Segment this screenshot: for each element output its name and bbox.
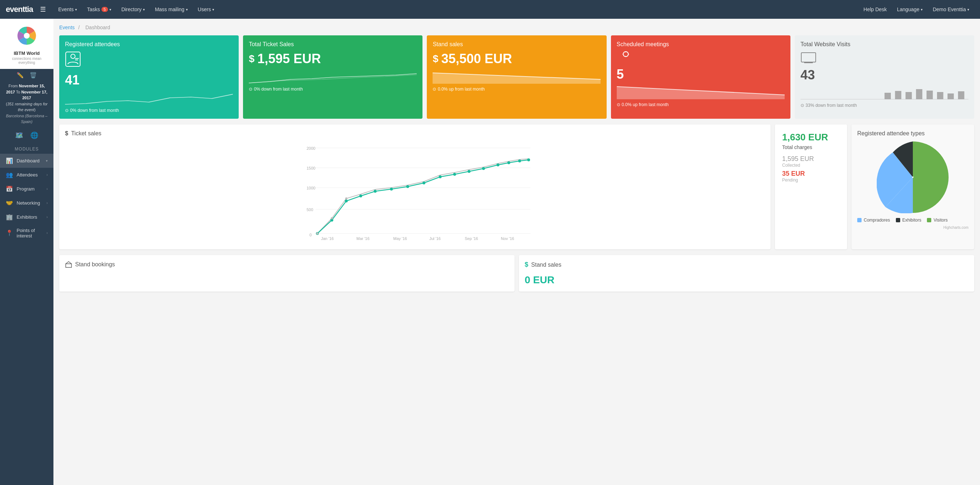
nav-tasks[interactable]: Tasks 5 ▾ — [82, 0, 116, 19]
pie-chart-title: Registered attendee types — [857, 130, 969, 137]
svg-text:2000: 2000 — [307, 146, 315, 151]
meetings-mini-chart — [617, 85, 785, 99]
mailing-caret-icon: ▾ — [186, 8, 188, 11]
event-info: From November 15, 2017 To November 17, 2… — [0, 82, 53, 128]
svg-rect-26 — [937, 92, 943, 99]
nav-directory[interactable]: Directory ▾ — [116, 0, 150, 19]
svg-point-64 — [912, 176, 913, 178]
legend-visitors: Visitors — [927, 217, 948, 223]
poi-label: Points of interest — [17, 228, 46, 239]
globe-icon[interactable]: 🌐 — [30, 132, 38, 139]
sidebar-item-points-of-interest[interactable]: 📍 Points of interest › — [0, 224, 53, 242]
svg-text:500: 500 — [307, 208, 313, 212]
attendees-caret-icon: › — [46, 173, 48, 177]
svg-point-50 — [390, 188, 393, 190]
pending-label: Pending — [782, 178, 840, 182]
sidebar-item-networking[interactable]: 🤝 Networking › — [0, 196, 53, 210]
delete-icon[interactable]: 🗑️ — [30, 72, 37, 79]
svg-text:Nov '16: Nov '16 — [501, 236, 514, 241]
visits-mini-chart — [800, 86, 969, 100]
total-charges-label: Total charges — [782, 144, 840, 150]
svg-text:0: 0 — [309, 233, 312, 237]
nav-users[interactable]: Users ▾ — [193, 0, 220, 19]
svg-text:Jan '16: Jan '16 — [321, 236, 334, 241]
bottom-cards: Stand bookings $ Stand sales 0 EUR — [59, 255, 974, 292]
pie-legend: Compradores Exhibitors Visitors — [857, 217, 969, 223]
event-logo — [12, 23, 41, 48]
nav-mass-mailing[interactable]: Mass mailing ▾ — [150, 0, 193, 19]
program-label: Program — [17, 186, 35, 192]
hamburger-icon[interactable]: ☰ — [40, 5, 46, 13]
visitors-dot — [927, 218, 931, 222]
stand-sales-dollar-icon: $ — [525, 261, 528, 268]
main-content: Events / Dashboard Registered attendees … — [53, 19, 980, 485]
svg-line-12 — [623, 52, 624, 53]
attendees-card-value: 41 — [65, 73, 233, 88]
meetings-card-value: 5 — [617, 67, 785, 82]
stat-cards: Registered attendees 41 ⊙ 0% down from l… — [59, 35, 974, 119]
svg-rect-22 — [895, 91, 901, 99]
stat-card-meetings: Scheduled meetings 5 — [611, 35, 791, 119]
pending-value: 35 EUR — [782, 170, 840, 178]
exhibitors-icon: 🏢 — [6, 214, 13, 220]
chart-title: $ Ticket sales — [65, 130, 765, 137]
stand-card-title: Stand sales — [433, 41, 600, 48]
svg-point-51 — [406, 185, 409, 188]
nav-helpdesk[interactable]: Help Desk — [858, 0, 892, 19]
sidebar: IBTM World connections mean everything ✏… — [0, 19, 53, 485]
stat-card-stand: Stand sales $ 35,500 EUR ⊙ 0.0% up from … — [427, 35, 606, 119]
svg-point-49 — [374, 190, 377, 193]
attendees-card-icon — [65, 51, 233, 70]
svg-point-60 — [527, 158, 530, 161]
sidebar-item-dashboard[interactable]: 📊 Dashboard ▾ — [0, 154, 53, 168]
attendees-card-change: ⊙ 0% down from last month — [65, 108, 233, 113]
dashboard-icon: 📊 — [6, 157, 13, 164]
topnav-right: Help Desk Language ▾ Demo Eventtia ▾ — [858, 0, 974, 19]
poi-caret-icon: › — [46, 231, 48, 235]
sidebar-actions: ✏️ 🗑️ — [0, 69, 53, 82]
svg-text:1500: 1500 — [307, 166, 315, 170]
svg-point-57 — [496, 163, 500, 166]
breadcrumb-parent[interactable]: Events — [59, 25, 75, 30]
edit-icon[interactable]: ✏️ — [17, 72, 24, 79]
topnav-items: Events ▾ Tasks 5 ▾ Directory ▾ Mass mail… — [53, 0, 858, 19]
demo-caret-icon: ▾ — [967, 8, 969, 11]
svg-point-61 — [316, 232, 318, 235]
tasks-badge: 5 — [102, 7, 108, 12]
svg-text:Mar '16: Mar '16 — [356, 236, 369, 241]
legend-exhibitors: Exhibitors — [896, 217, 921, 223]
breadcrumb: Events / Dashboard — [59, 25, 974, 30]
nav-language[interactable]: Language ▾ — [892, 0, 928, 19]
networking-caret-icon: › — [46, 201, 48, 205]
sidebar-item-exhibitors[interactable]: 🏢 Exhibitors › — [0, 210, 53, 224]
svg-point-62 — [331, 217, 333, 219]
svg-text:1000: 1000 — [307, 186, 315, 190]
collected-value: 1,595 EUR — [782, 155, 840, 163]
pie-chart-container — [857, 141, 969, 213]
stand-sales-title: $ Stand sales — [525, 261, 969, 268]
sidebar-item-program[interactable]: 📅 Program › — [0, 182, 53, 196]
svg-rect-27 — [948, 94, 954, 99]
svg-point-56 — [482, 167, 485, 170]
dashboard-caret-icon: ▾ — [46, 159, 48, 163]
compradores-dot — [857, 218, 862, 222]
svg-rect-17 — [801, 53, 816, 62]
app-logo[interactable]: eventtia — [6, 5, 33, 14]
nav-demo[interactable]: Demo Eventtia ▾ — [928, 0, 974, 19]
directory-caret-icon: ▾ — [143, 8, 145, 11]
event-name: IBTM World — [4, 51, 49, 56]
pending-row: 35 EUR Pending — [782, 170, 840, 182]
svg-point-63 — [345, 197, 347, 200]
topnav: eventtia ☰ Events ▾ Tasks 5 ▾ Directory … — [0, 0, 980, 19]
language-caret-icon: ▾ — [921, 8, 923, 11]
svg-point-1 — [24, 33, 30, 39]
event-location: Barcelona (Barcelona – Spain) — [3, 113, 50, 125]
svg-point-48 — [359, 195, 362, 197]
sidebar-item-attendees[interactable]: 👥 Attendees › — [0, 168, 53, 182]
map-icon[interactable]: 🗺️ — [15, 132, 23, 139]
stand-bookings-icon — [65, 261, 72, 268]
nav-events[interactable]: Events ▾ — [53, 0, 82, 19]
exhibitors-label: Exhibitors — [902, 217, 921, 223]
svg-marker-16 — [617, 87, 785, 99]
breadcrumb-current: Dashboard — [85, 25, 110, 30]
